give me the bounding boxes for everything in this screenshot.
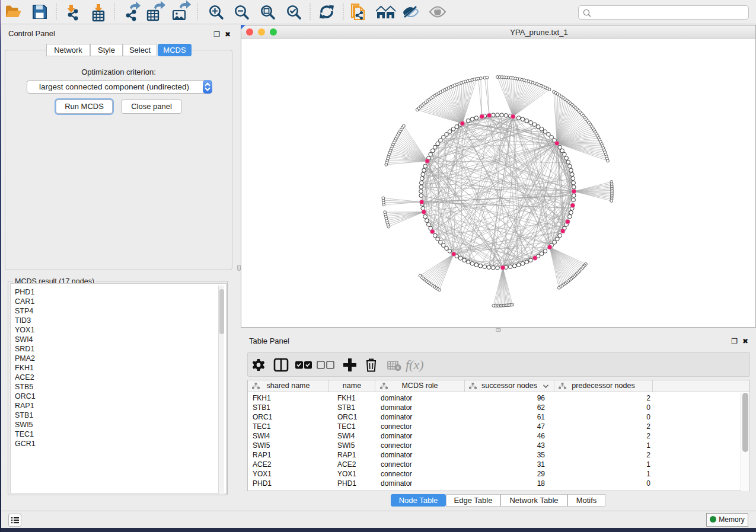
svg-text:f(x): f(x)	[406, 357, 424, 372]
